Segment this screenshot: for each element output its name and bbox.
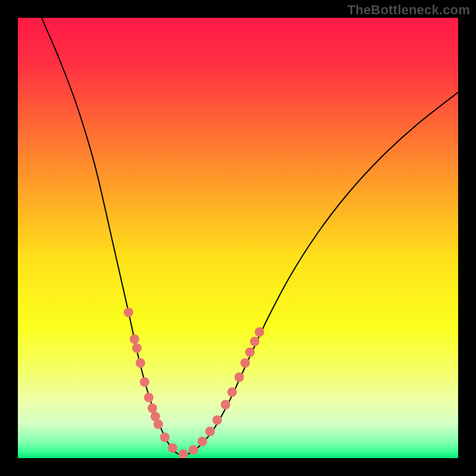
highlight-dots-group [124, 308, 264, 458]
highlight-dot [227, 387, 237, 397]
highlight-dot [198, 437, 207, 446]
highlight-dot [255, 327, 264, 337]
highlight-dot [132, 343, 142, 353]
highlight-dot [240, 358, 250, 368]
highlight-dot [189, 445, 198, 455]
plot-area [18, 18, 458, 458]
highlight-dot [168, 443, 177, 453]
highlight-dot [250, 337, 259, 346]
highlight-dot [221, 400, 230, 409]
highlight-dot [144, 393, 154, 402]
highlight-dot [205, 427, 215, 436]
highlight-dot [234, 372, 244, 382]
highlight-dot [245, 347, 255, 357]
highlight-dot [178, 449, 188, 458]
curve-layer [18, 18, 458, 458]
watermark-text: TheBottleneck.com [347, 2, 470, 18]
highlight-dot [124, 308, 133, 317]
bottleneck-curve [42, 18, 458, 455]
highlight-dot [160, 433, 170, 442]
highlight-dot [130, 334, 139, 344]
highlight-dot [154, 419, 163, 429]
highlight-dot [212, 415, 222, 425]
highlight-dot [136, 358, 145, 368]
highlight-dot [148, 403, 157, 413]
highlight-dot [140, 377, 149, 387]
chart-root: TheBottleneck.com [0, 0, 476, 476]
